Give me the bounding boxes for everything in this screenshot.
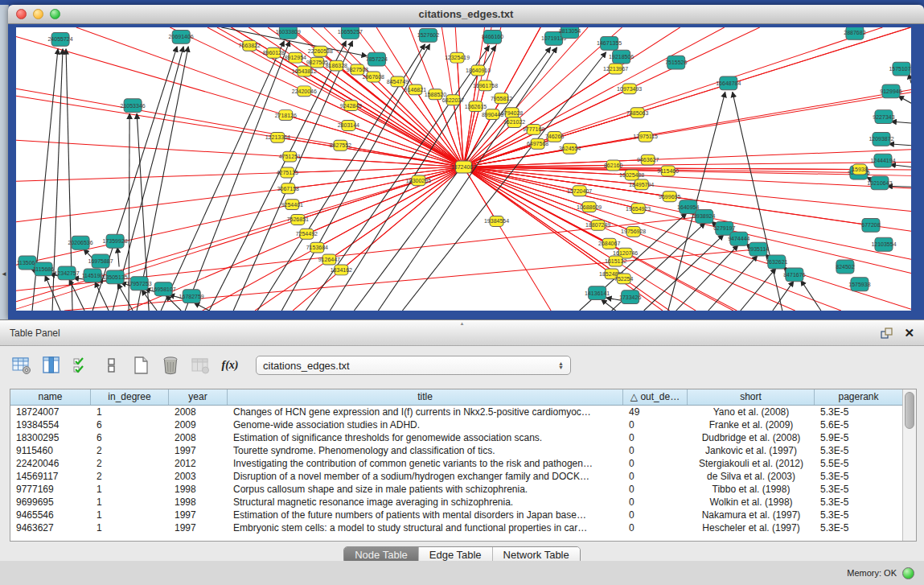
graph-node[interactable]: 10025488 [619, 170, 644, 180]
graph-node[interactable]: 17359928 [103, 234, 128, 248]
graph-node[interactable]: 16958107 [151, 282, 176, 296]
graph-node[interactable]: 8454749 [387, 76, 409, 87]
graph-node[interactable]: 19218506 [609, 50, 634, 64]
graph-node[interactable]: 6497568 [527, 138, 548, 149]
graph-node[interactable]: 9463627 [637, 154, 659, 165]
graph-node[interactable]: 12444194 [870, 154, 895, 167]
graph-node[interactable]: 7153684 [306, 242, 328, 253]
zoom-window-button[interactable] [50, 9, 60, 19]
graph-node[interactable]: 10655257 [338, 27, 363, 39]
graph-node[interactable]: 17957253 [127, 277, 152, 290]
graph-node[interactable]: 9146821 [405, 84, 426, 95]
graph-node[interactable]: 752254 [614, 274, 633, 284]
graph-node[interactable]: 9129946 [880, 84, 901, 98]
graph-node[interactable]: 12213967 [603, 64, 628, 74]
graph-node[interactable]: 10973493 [617, 84, 642, 94]
rows-button[interactable] [101, 355, 121, 376]
graph-node[interactable]: 22260538 [308, 46, 333, 56]
graph-node[interactable]: 1834162 [331, 265, 352, 275]
collapse-handle-icon[interactable]: ◄ [1, 270, 7, 278]
table-row[interactable]: 911546021997Tourette syndrome. Phenomeno… [10, 444, 903, 457]
graph-node[interactable]: 7526851 [287, 215, 309, 225]
graph-node[interactable]: 18495794 [629, 179, 654, 190]
table-options-button[interactable] [11, 355, 32, 376]
graph-node[interactable]: 13505135 [103, 270, 128, 284]
table-row[interactable]: 1830029562008Estimation of significance … [10, 431, 903, 444]
graph-node[interactable]: 9699695 [659, 192, 680, 202]
graph-node[interactable]: 12325419 [445, 52, 470, 63]
graph-node[interactable]: 3067158 [277, 183, 299, 194]
graph-node[interactable]: 21053346 [121, 99, 146, 113]
column-header-pagerank[interactable]: pagerank [815, 389, 903, 405]
graph-node[interactable]: 16975887 [88, 254, 113, 268]
graph-node[interactable]: 12975115 [633, 131, 658, 142]
graph-node[interactable]: 9254401 [281, 200, 303, 210]
graph-node[interactable]: 8938924 [693, 210, 715, 224]
graph-node[interactable]: 2718126 [275, 110, 297, 121]
graph-node[interactable]: 9115460 [657, 166, 679, 176]
graph-node[interactable]: 677208 [861, 218, 880, 232]
function-builder-button[interactable]: f(x) [220, 355, 240, 376]
graph-node[interactable]: 3624554 [559, 143, 581, 154]
graph-node[interactable]: 16782759 [179, 290, 204, 303]
graph-node[interactable]: 9474444 [728, 232, 749, 245]
float-panel-icon[interactable] [881, 328, 893, 339]
graph-node[interactable]: 15938 [852, 164, 868, 175]
graph-node[interactable]: 14671355 [597, 36, 622, 50]
panel-drag-handle[interactable]: ▴ [461, 320, 464, 326]
network-canvas[interactable]: 2405572420691406160338091065525715276027… [16, 27, 911, 311]
graph-node[interactable]: 12213364 [265, 132, 290, 142]
column-header-year[interactable]: year [169, 389, 228, 405]
graph-node[interactable]: 1575938 [848, 278, 870, 291]
table-row[interactable]: 1456911722003Disruption of a novel membe… [10, 470, 903, 483]
table-panel-header[interactable]: ▴ Table Panel ✕ [0, 320, 924, 346]
table-row[interactable]: 946362711997Embryonic stem cells: a mode… [10, 521, 903, 534]
graph-node[interactable]: 10210643 [867, 176, 892, 190]
graph-node[interactable]: 9777169 [523, 124, 544, 134]
graph-node[interactable]: 1145190 [82, 269, 104, 282]
window-titlebar[interactable]: citations_edges.txt [8, 5, 924, 24]
graph-node[interactable]: 2935114 [747, 242, 769, 256]
graph-node[interactable]: 12093872 [869, 132, 893, 146]
table-vertical-scrollbar[interactable] [902, 389, 916, 541]
graph-node[interactable]: 22420046 [292, 86, 317, 97]
graph-node[interactable]: 19384554 [484, 216, 509, 227]
scrollbar-thumb[interactable] [905, 392, 914, 429]
graph-node[interactable]: 2967608 [363, 72, 384, 82]
graph-node[interactable]: 8813054 [559, 27, 581, 38]
graph-node[interactable]: 20206536 [68, 236, 92, 249]
show-columns-button[interactable] [41, 355, 62, 376]
graph-node[interactable]: 7663822 [239, 40, 261, 51]
graph-node[interactable]: 1733426 [619, 290, 641, 304]
column-header-short[interactable]: short [688, 389, 815, 405]
minimize-window-button[interactable] [33, 9, 43, 19]
column-header-out_de[interactable]: △ out_de… [623, 389, 688, 405]
new-table-button[interactable] [130, 355, 151, 376]
graph-node[interactable]: 7515526 [665, 56, 687, 69]
graph-node[interactable]: 1115686 [33, 262, 54, 276]
graph-node[interactable]: 8960128 [263, 47, 285, 58]
graph-node[interactable]: 9242848 [340, 101, 362, 111]
table-row[interactable]: 1938455462009Genome-wide association stu… [10, 418, 903, 431]
graph-node[interactable]: 15751074 [889, 62, 911, 76]
graph-node[interactable]: 12342757 [54, 266, 79, 280]
column-header-name[interactable]: name [10, 389, 91, 405]
graph-node[interactable]: 16033809 [276, 27, 301, 39]
table-row[interactable]: 2242004622012Investigating the contribut… [10, 457, 903, 470]
graph-node[interactable]: 12103554 [871, 237, 896, 251]
column-header-title[interactable]: title [228, 389, 623, 405]
graph-node[interactable]: 7857224 [366, 52, 388, 66]
select-all-button[interactable] [71, 355, 92, 376]
graph-node[interactable]: 824502 [836, 260, 854, 274]
graph-node[interactable]: 7485063 [626, 108, 648, 118]
graph-node[interactable]: 16648784 [716, 76, 741, 90]
graph-node[interactable]: 15720407 [567, 186, 592, 196]
graph-node[interactable]: 8471676 [783, 268, 805, 282]
delete-table-button[interactable] [160, 355, 181, 376]
close-panel-icon[interactable]: ✕ [904, 326, 914, 340]
graph-node[interactable]: 4751251 [279, 151, 301, 162]
graph-node[interactable]: 746266 [545, 131, 564, 142]
graph-node[interactable]: 8466160 [482, 30, 503, 43]
graph-node[interactable]: 1362615 [465, 101, 487, 112]
graph-node[interactable]: 20691406 [169, 30, 194, 43]
